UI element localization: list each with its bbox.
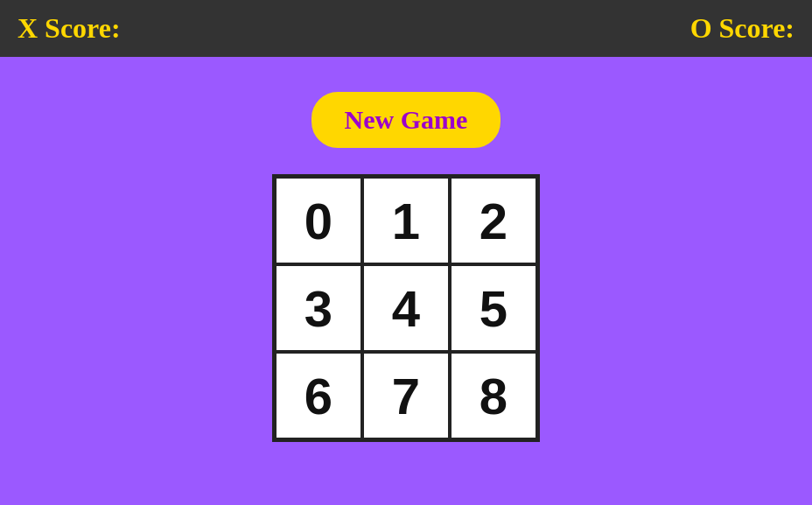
cell-1[interactable]: 1 [362, 177, 450, 264]
cell-0[interactable]: 0 [275, 177, 362, 264]
cell-8[interactable]: 8 [450, 352, 537, 439]
cell-5[interactable]: 5 [450, 264, 537, 352]
game-board: 0 1 2 3 4 5 6 7 8 [272, 174, 540, 442]
cell-4[interactable]: 4 [362, 264, 450, 352]
cell-6[interactable]: 6 [275, 352, 362, 439]
header: X Score: O Score: [0, 0, 812, 57]
cell-2[interactable]: 2 [450, 177, 537, 264]
o-score-label: O Score: [690, 12, 794, 45]
cell-7[interactable]: 7 [362, 352, 450, 439]
game-area: New Game 0 1 2 3 4 5 6 7 8 [0, 57, 812, 505]
x-score-label: X Score: [18, 12, 121, 45]
cell-3[interactable]: 3 [275, 264, 362, 352]
new-game-button[interactable]: New Game [312, 92, 501, 148]
